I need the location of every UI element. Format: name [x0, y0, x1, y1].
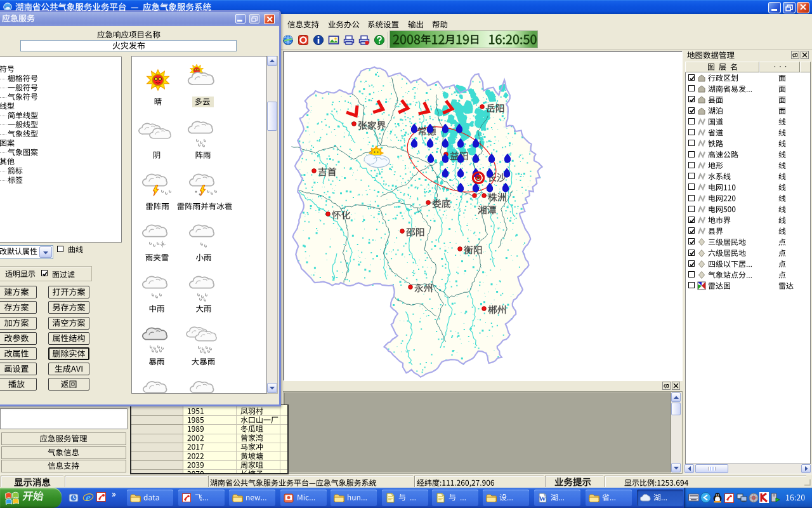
svg-text:e: e [86, 491, 91, 503]
svg-text:W: W [539, 495, 546, 502]
